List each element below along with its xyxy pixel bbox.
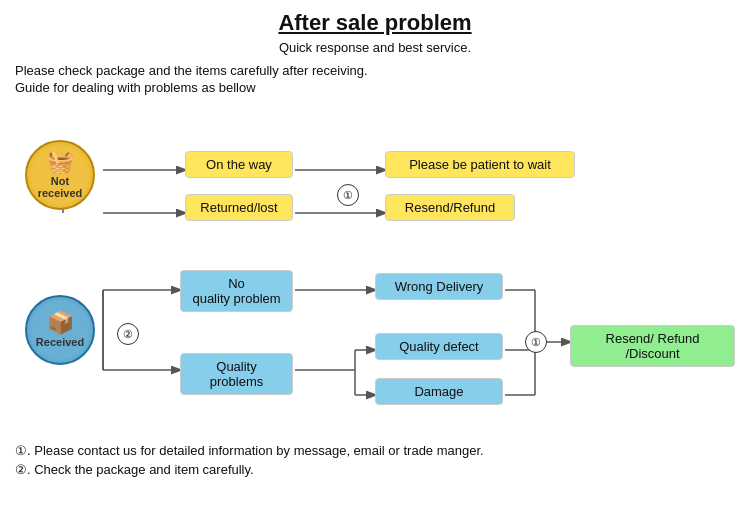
received-icon: 📦 Received: [25, 295, 95, 365]
num-circle-2: ②: [117, 323, 139, 345]
intro-text-2: Guide for dealing with problems as bello…: [15, 80, 735, 95]
num-circle-1-bottom: ①: [525, 331, 547, 353]
no-quality-problem-box: No quality problem: [180, 270, 293, 312]
not-received-icon: 🧺 Not received: [25, 140, 95, 210]
intro-text-1: Please check package and the items caref…: [15, 63, 735, 78]
footer-notes: ①. Please contact us for detailed inform…: [15, 443, 735, 477]
resend-refund-box: Resend/Refund: [385, 194, 515, 221]
returned-lost-box: Returned/lost: [185, 194, 293, 221]
please-be-patient-box: Please be patient to wait: [385, 151, 575, 178]
resend-refund-discount-box: Resend/ Refund /Discount: [570, 325, 735, 367]
basket-icon: 🧺: [47, 151, 74, 173]
on-the-way-box: On the way: [185, 151, 293, 178]
damage-box: Damage: [375, 378, 503, 405]
wrong-delivery-box: Wrong Delivery: [375, 273, 503, 300]
arrows-svg: [15, 105, 745, 425]
quality-problems-box: Quality problems: [180, 353, 293, 395]
not-received-label: Not received: [38, 175, 83, 199]
page-title: After sale problem: [15, 10, 735, 36]
subtitle: Quick response and best service.: [15, 40, 735, 55]
footer-note-1: ①. Please contact us for detailed inform…: [15, 443, 735, 458]
num-circle-1-top: ①: [337, 184, 359, 206]
diagram-container: 🧺 Not received On the way Returned/lost …: [15, 105, 745, 425]
diagram-area: 🧺 Not received On the way Returned/lost …: [15, 105, 735, 425]
open-box-icon: 📦: [47, 312, 74, 334]
received-label: Received: [36, 336, 84, 348]
footer-note-2: ②. Check the package and item carefully.: [15, 462, 735, 477]
quality-defect-box: Quality defect: [375, 333, 503, 360]
